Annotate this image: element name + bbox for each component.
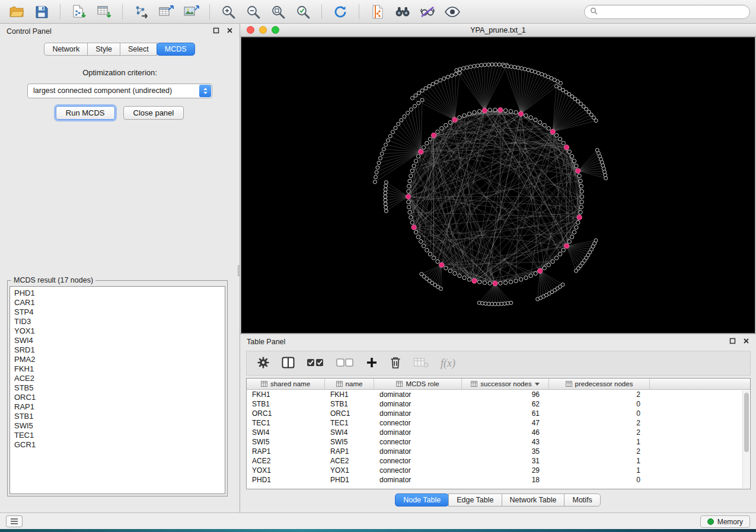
mcds-result-item[interactable]: ACE2 — [14, 374, 221, 383]
close-window-icon[interactable] — [247, 26, 254, 34]
table-row-YOX1[interactable]: YOX1YOX1connector291 — [247, 466, 750, 475]
tab-edge-table[interactable]: Edge Table — [448, 493, 502, 507]
zoom-in-icon[interactable] — [218, 2, 239, 21]
tab-network[interactable]: Network — [44, 43, 88, 56]
share-document-icon[interactable] — [367, 2, 388, 21]
run-mcds-button[interactable]: Run MCDS — [56, 106, 115, 120]
mcds-result-item[interactable]: ORC1 — [14, 393, 221, 402]
mcds-result-item[interactable]: YOX1 — [14, 326, 221, 336]
mcds-result-item[interactable]: PHD1 — [14, 289, 221, 298]
table-row-ACE2[interactable]: ACE2ACE2connector311 — [247, 456, 750, 466]
mcds-result-list[interactable]: PHD1CAR1STP4TID3YOX1SWI4SRD1PMA2FKH1ACE2… — [9, 286, 225, 494]
close-panel-button[interactable]: Close panel — [123, 106, 184, 120]
column-header-shared-name[interactable]: shared name — [247, 379, 325, 389]
tab-select[interactable]: Select — [120, 43, 157, 56]
memory-status-icon — [707, 518, 714, 525]
cell-mcds_role: dominator — [374, 390, 462, 399]
close-panel-icon[interactable] — [743, 338, 749, 346]
tab-style[interactable]: Style — [87, 43, 120, 56]
cell-predecessor_nodes: 1 — [549, 466, 650, 475]
show-graphics-icon[interactable] — [442, 2, 463, 21]
cell-name: SWI4 — [325, 428, 374, 437]
tab-mcds[interactable]: MCDS — [157, 43, 195, 56]
table-row-SWI4[interactable]: SWI4SWI4dominator462 — [247, 428, 750, 437]
node-table: shared namenameMCDS rolesuccessor nodesp… — [246, 378, 751, 489]
zoom-out-icon[interactable] — [243, 2, 264, 21]
mcds-result-item[interactable]: SRD1 — [14, 345, 221, 355]
cell-name: YOX1 — [325, 466, 374, 475]
add-column-icon[interactable] — [366, 357, 378, 370]
delete-column-icon[interactable] — [390, 356, 401, 371]
mcds-result-item[interactable]: STB5 — [14, 383, 221, 393]
network-graph[interactable] — [241, 37, 755, 333]
mcds-result-item[interactable]: SWI5 — [14, 421, 221, 431]
cell-predecessor_nodes: 2 — [549, 428, 650, 437]
toolbar-separator — [209, 4, 210, 20]
save-session-icon[interactable] — [31, 2, 52, 21]
table-row-RAP1[interactable]: RAP1RAP1dominator352 — [247, 447, 750, 456]
mcds-result-item[interactable]: SWI4 — [14, 336, 221, 345]
search-input[interactable] — [601, 8, 744, 16]
tab-motifs[interactable]: Motifs — [564, 493, 600, 507]
scrollbar-thumb[interactable] — [744, 393, 749, 452]
cell-successor_nodes: 47 — [462, 419, 549, 427]
column-header-name[interactable]: name — [325, 379, 374, 389]
mcds-result-item[interactable]: RAP1 — [14, 402, 221, 412]
table-row-ORC1[interactable]: ORC1ORC1dominator610 — [247, 409, 750, 418]
table-row-FKH1[interactable]: FKH1FKH1dominator962 — [247, 390, 750, 399]
open-file-icon[interactable] — [6, 2, 27, 21]
mcds-result-item[interactable]: PMA2 — [14, 355, 221, 364]
network-window-titlebar[interactable]: YPA_prune.txt_1 — [240, 24, 756, 37]
select-all-rows-icon[interactable] — [307, 357, 324, 370]
memory-button[interactable]: Memory — [700, 515, 750, 528]
export-table-icon[interactable] — [155, 2, 177, 21]
float-panel-icon[interactable] — [213, 27, 219, 36]
cell-mcds_role: dominator — [374, 428, 462, 437]
import-table-icon[interactable] — [93, 2, 114, 21]
float-panel-icon[interactable] — [729, 338, 736, 346]
search-box[interactable] — [584, 5, 750, 19]
import-network-icon[interactable] — [68, 2, 90, 21]
hide-selection-icon[interactable] — [417, 2, 438, 21]
table-settings-gear-icon[interactable] — [257, 356, 270, 371]
zoom-selected-icon[interactable] — [292, 2, 314, 21]
minimize-window-icon[interactable] — [259, 26, 267, 34]
export-image-icon[interactable] — [180, 2, 202, 21]
table-row-SWI5[interactable]: SWI5SWI5connector431 — [247, 437, 750, 447]
export-network-icon[interactable] — [130, 2, 152, 21]
mcds-result-item[interactable]: FKH1 — [14, 364, 221, 374]
panel-menu-icon[interactable] — [6, 515, 23, 527]
column-header-predecessor-nodes[interactable]: predecessor nodes — [549, 379, 650, 389]
mcds-result-item[interactable]: TEC1 — [14, 431, 221, 440]
search-network-icon[interactable] — [392, 2, 413, 21]
network-canvas[interactable] — [241, 37, 755, 334]
cell-successor_nodes: 29 — [462, 466, 549, 475]
column-header-successor-nodes[interactable]: successor nodes — [462, 379, 549, 389]
table-scrollbar[interactable] — [742, 390, 749, 488]
table-row-TEC1[interactable]: TEC1TEC1connector472 — [247, 418, 750, 428]
refresh-view-icon[interactable] — [330, 2, 351, 21]
table-row-STB1[interactable]: STB1STB1dominator620 — [247, 399, 750, 409]
cell-predecessor_nodes: 2 — [549, 419, 650, 427]
cell-successor_nodes: 43 — [462, 438, 549, 446]
cell-mcds_role: dominator — [374, 400, 462, 408]
mcds-result-item[interactable]: CAR1 — [14, 298, 221, 307]
criterion-select[interactable]: largest connected component (undirected) — [27, 84, 212, 98]
mcds-result-item[interactable]: STB1 — [14, 412, 221, 421]
cell-name: SWI5 — [325, 438, 374, 446]
maximize-window-icon[interactable] — [272, 26, 279, 34]
sort-dropdown-icon[interactable] — [535, 383, 540, 386]
splitter-handle[interactable] — [238, 265, 240, 276]
tab-node-table[interactable]: Node Table — [395, 493, 449, 507]
mcds-result-item[interactable]: STP4 — [14, 307, 221, 317]
deselect-all-rows-icon[interactable] — [336, 357, 354, 370]
close-panel-icon[interactable] — [227, 27, 233, 36]
table-row-PHD1[interactable]: PHD1PHD1dominator180 — [247, 475, 750, 485]
show-columns-icon[interactable] — [282, 357, 295, 370]
tab-network-table[interactable]: Network Table — [502, 493, 565, 507]
zoom-fit-icon[interactable] — [267, 2, 289, 21]
optimization-criterion-label: Optimization criterion: — [0, 68, 240, 77]
mcds-result-item[interactable]: TID3 — [14, 317, 221, 326]
column-header-MCDS-role[interactable]: MCDS role — [374, 379, 462, 389]
mcds-result-item[interactable]: GCR1 — [14, 440, 221, 450]
